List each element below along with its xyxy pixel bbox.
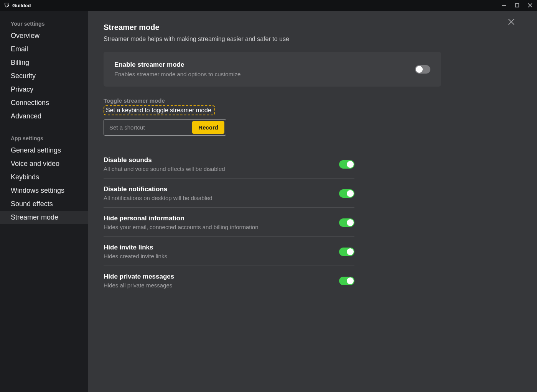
keybind-hint-highlight: Set a keybind to toggle streamer mode: [104, 105, 215, 115]
setting-toggle-hide-invite-links[interactable]: [339, 248, 354, 256]
setting-title: Disable notifications: [104, 185, 212, 193]
sidebar-item-email[interactable]: Email: [0, 43, 88, 56]
setting-row-hide-private-messages: Hide private messagesHides all private m…: [104, 266, 354, 295]
setting-desc: Hides created invite links: [104, 253, 167, 259]
sidebar-item-voice-and-video[interactable]: Voice and video: [0, 157, 88, 171]
enable-streamer-mode-toggle[interactable]: [415, 65, 430, 74]
setting-desc: Hides your email, connected accounts and…: [104, 224, 259, 230]
setting-desc: All notifications on desktop will be dis…: [104, 195, 212, 201]
sidebar-item-overview[interactable]: Overview: [0, 29, 88, 43]
setting-title: Disable sounds: [104, 156, 225, 164]
app-logo-icon: [4, 2, 10, 9]
setting-toggle-disable-sounds[interactable]: [339, 160, 354, 169]
sidebar-item-billing[interactable]: Billing: [0, 56, 88, 69]
keybind-shortcut-field: Record: [104, 119, 226, 136]
sidebar-section-title: Your settings: [0, 17, 88, 29]
setting-row-hide-personal-information: Hide personal informationHides your emai…: [104, 208, 354, 236]
app-name: Guilded: [12, 3, 31, 8]
titlebar: Guilded: [0, 0, 537, 11]
window-minimize-icon[interactable]: [501, 2, 507, 8]
setting-row-disable-sounds: Disable soundsAll chat and voice sound e…: [104, 149, 354, 178]
setting-title: Hide invite links: [104, 244, 167, 251]
setting-desc: Hides all private messages: [104, 282, 174, 289]
enable-streamer-mode-title: Enable streamer mode: [114, 61, 240, 69]
setting-row-hide-invite-links: Hide invite linksHides created invite li…: [104, 237, 354, 266]
keybind-record-button[interactable]: Record: [192, 121, 224, 134]
setting-toggle-hide-personal-information[interactable]: [339, 218, 354, 227]
setting-desc: All chat and voice sound effects will be…: [104, 166, 225, 172]
sidebar-item-connections[interactable]: Connections: [0, 96, 88, 110]
setting-toggle-hide-private-messages[interactable]: [339, 277, 354, 285]
sidebar-item-privacy[interactable]: Privacy: [0, 83, 88, 96]
sidebar-item-windows-settings[interactable]: Windows settings: [0, 184, 88, 197]
page-title: Streamer mode: [104, 23, 441, 32]
settings-main: Streamer mode Streamer mode helps with m…: [88, 11, 537, 392]
sidebar-section-title: App settings: [0, 131, 88, 144]
setting-title: Hide private messages: [104, 273, 174, 280]
settings-sidebar: Your settingsOverviewEmailBillingSecurit…: [0, 11, 88, 392]
keybind-field-label: Toggle streamer mode: [104, 97, 441, 104]
sidebar-item-streamer-mode[interactable]: Streamer mode: [0, 211, 88, 224]
setting-title: Hide personal information: [104, 215, 259, 222]
page-subtitle: Streamer mode helps with making streamin…: [104, 36, 441, 43]
enable-streamer-mode-desc: Enables streamer mode and options to cus…: [114, 71, 240, 77]
streamer-settings-list: Disable soundsAll chat and voice sound e…: [104, 149, 354, 295]
sidebar-item-advanced[interactable]: Advanced: [0, 110, 88, 123]
setting-row-disable-notifications: Disable notificationsAll notifications o…: [104, 179, 354, 207]
close-icon[interactable]: [507, 18, 516, 28]
sidebar-item-sound-effects[interactable]: Sound effects: [0, 197, 88, 211]
sidebar-item-security[interactable]: Security: [0, 69, 88, 83]
sidebar-item-general-settings[interactable]: General settings: [0, 144, 88, 157]
svg-rect-1: [516, 4, 519, 7]
setting-toggle-disable-notifications[interactable]: [339, 189, 354, 198]
sidebar-item-keybinds[interactable]: Keybinds: [0, 171, 88, 184]
enable-streamer-mode-card: Enable streamer mode Enables streamer mo…: [104, 52, 441, 87]
window-maximize-icon[interactable]: [514, 2, 520, 8]
window-close-icon[interactable]: [527, 2, 533, 8]
keybind-shortcut-input[interactable]: [105, 121, 192, 134]
